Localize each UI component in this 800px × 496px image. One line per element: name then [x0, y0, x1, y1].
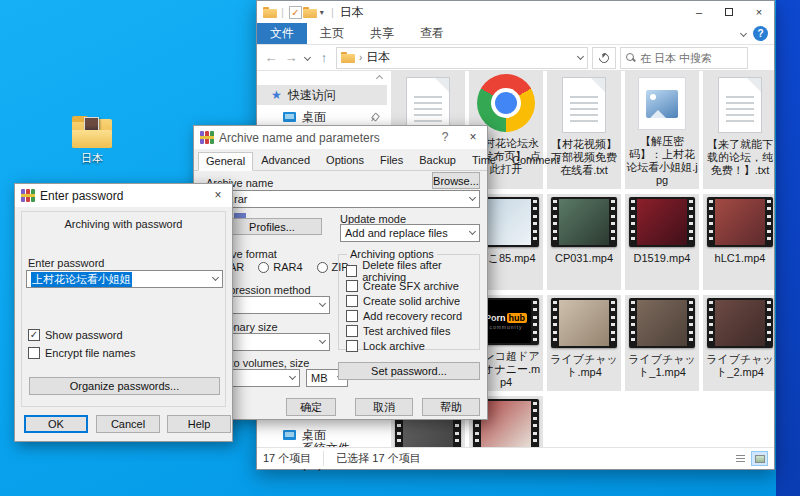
- file-tile[interactable]: ライブチャット.mp4: [547, 295, 621, 391]
- checkbox-icon: [346, 340, 358, 352]
- archiving-option-checkbox[interactable]: Add recovery record: [346, 308, 479, 323]
- rar-tab[interactable]: Comment: [504, 151, 568, 170]
- rar-cancel-button[interactable]: 取消: [355, 398, 413, 416]
- password-cancel-button[interactable]: Cancel: [96, 415, 160, 433]
- show-password-checkbox[interactable]: ✓ Show password: [28, 327, 123, 342]
- file-name: ライブチャット.mp4: [548, 353, 620, 379]
- file-tile[interactable]: 【解压密码】：上村花论坛看小姐姐.jpg: [625, 71, 699, 189]
- address-box[interactable]: › 日本: [336, 47, 588, 69]
- video-thumb-placeholder: [637, 199, 687, 245]
- rar-ok-button[interactable]: 确定: [286, 398, 336, 416]
- file-tile[interactable]: hLC1.mp4: [703, 194, 774, 290]
- video-thumb-placeholder: [715, 199, 765, 245]
- video-thumb-placeholder: [559, 300, 609, 346]
- archive-name-combobox[interactable]: 日本.rar: [204, 190, 480, 208]
- file-tile[interactable]: ライブチャット_2.mp4: [703, 295, 774, 391]
- up-icon[interactable]: ↑: [316, 50, 332, 65]
- desktop-icon: [283, 112, 296, 122]
- video-thumb-placeholder: [481, 199, 531, 245]
- archiving-option-checkbox[interactable]: Lock archive: [346, 338, 479, 353]
- dropdown-icon[interactable]: [289, 373, 296, 380]
- video-filmstrip-thumbnail: [551, 298, 617, 348]
- organize-passwords-button[interactable]: Organize passwords...: [29, 377, 220, 395]
- qat-properties-icon[interactable]: ✓: [289, 6, 302, 19]
- ribbon-tab[interactable]: 文件: [257, 23, 307, 44]
- thumbnails-view-button[interactable]: [751, 451, 768, 466]
- search-input[interactable]: [640, 52, 740, 64]
- maximize-button[interactable]: [714, 1, 744, 23]
- minimize-button[interactable]: –: [684, 1, 714, 23]
- qat-new-folder-icon[interactable]: [303, 7, 317, 18]
- text-document-icon: [562, 77, 606, 133]
- desktop-folder-label: 日本: [58, 151, 126, 166]
- checkbox-icon: [28, 347, 40, 359]
- rar-close-button[interactable]: ×: [459, 126, 487, 148]
- dropdown-icon[interactable]: [212, 274, 219, 281]
- details-view-button[interactable]: [732, 451, 749, 466]
- dialog-help-button[interactable]: ?: [431, 126, 459, 148]
- dropdown-icon[interactable]: [469, 228, 476, 235]
- back-icon[interactable]: ←: [263, 50, 279, 65]
- browse-button[interactable]: Browse...: [432, 172, 480, 189]
- archiving-option-checkbox[interactable]: Delete files after archiving: [346, 263, 479, 278]
- file-name: 【来了就能下载的论坛，纯免费！】.txt: [704, 138, 774, 177]
- forward-icon[interactable]: →: [283, 50, 299, 65]
- rar-tab[interactable]: Files: [372, 151, 411, 170]
- profiles-button[interactable]: Profiles...: [222, 218, 322, 235]
- rar-tab[interactable]: Advanced: [253, 151, 318, 170]
- video-filmstrip-thumbnail: [629, 298, 695, 348]
- sidebar-item-quick-access[interactable]: ★ 快速访问: [257, 85, 387, 105]
- update-mode-combobox[interactable]: Add and replace files: [340, 224, 480, 242]
- password-help-button[interactable]: Help: [167, 415, 231, 433]
- file-tile[interactable]: CP031.mp4: [547, 194, 621, 290]
- dropdown-icon[interactable]: [469, 194, 476, 201]
- rar-tab[interactable]: Backup: [411, 151, 464, 170]
- file-tile[interactable]: 【村花视频】万部视频免费在线看.txt: [547, 71, 621, 189]
- refresh-button[interactable]: [592, 47, 616, 69]
- details-view-icon: [736, 455, 745, 463]
- sidebar-scroll-up[interactable]: [374, 71, 384, 83]
- file-tile[interactable]: 【来了就能下载的论坛，纯免费！】.txt: [703, 71, 774, 189]
- ribbon-tab[interactable]: 主页: [307, 23, 357, 44]
- search-box[interactable]: [620, 47, 748, 69]
- dropdown-icon[interactable]: [319, 300, 326, 307]
- status-bar: 17 个项目 已选择 17 个项目: [257, 447, 774, 469]
- file-tile[interactable]: D1519.mp4: [625, 194, 699, 290]
- sidebar-item[interactable]: 桌面: [257, 107, 387, 127]
- image-file-icon: [638, 77, 686, 130]
- checkbox-icon: [346, 310, 358, 322]
- winrar-icon: [200, 131, 214, 144]
- password-input[interactable]: 上村花论坛看小姐姐: [26, 270, 223, 288]
- dropdown-icon[interactable]: [319, 337, 326, 344]
- format-radio[interactable]: RAR4: [258, 261, 302, 273]
- address-dropdown-icon[interactable]: [577, 52, 584, 59]
- checkbox-icon: [346, 265, 357, 277]
- video-filmstrip-thumbnail: [629, 197, 695, 247]
- password-close-button[interactable]: ×: [204, 184, 232, 206]
- set-password-button[interactable]: Set password...: [338, 362, 480, 380]
- wallpaper-edge: [776, 0, 800, 496]
- ribbon-tab[interactable]: 共享: [357, 23, 407, 44]
- video-filmstrip-thumbnail: [551, 197, 617, 247]
- recent-locations-icon[interactable]: [304, 54, 311, 61]
- rar-tab[interactable]: Options: [318, 151, 372, 170]
- video-thumb-placeholder: [637, 300, 687, 346]
- rar-tab[interactable]: General: [198, 152, 253, 171]
- expand-ribbon-icon[interactable]: [740, 30, 747, 37]
- desktop-folder-shortcut[interactable]: 日本: [58, 116, 126, 166]
- archiving-option-checkbox[interactable]: Test archived files: [346, 323, 479, 338]
- rar-dialog-title: Archive name and parameters: [219, 131, 380, 145]
- close-button[interactable]: ×: [744, 1, 774, 23]
- rar-tab[interactable]: Time: [464, 151, 504, 170]
- breadcrumb[interactable]: 日本: [366, 49, 390, 66]
- rar-help-button[interactable]: 帮助: [422, 398, 480, 416]
- password-ok-button[interactable]: OK: [24, 415, 88, 433]
- archiving-option-checkbox[interactable]: Create solid archive: [346, 293, 479, 308]
- qat-customize-icon[interactable]: ▾: [320, 8, 324, 17]
- help-icon[interactable]: ?: [753, 26, 768, 41]
- refresh-icon: [597, 50, 611, 64]
- ribbon-tab[interactable]: 查看: [407, 23, 457, 44]
- checkbox-icon: ✓: [28, 329, 40, 341]
- encrypt-file-names-checkbox[interactable]: Encrypt file names: [28, 345, 135, 360]
- file-tile[interactable]: ライブチャット_1.mp4: [625, 295, 699, 391]
